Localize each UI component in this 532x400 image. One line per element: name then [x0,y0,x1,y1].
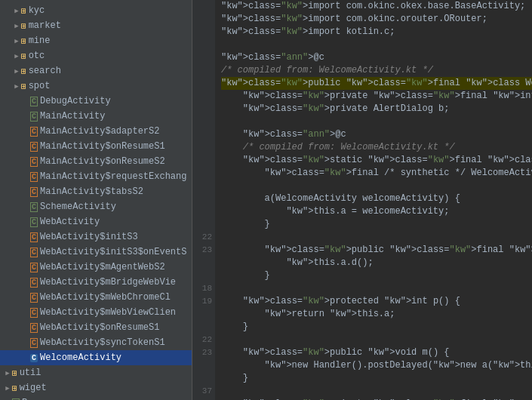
tree-item-WebActivity$mWebChromeClient[interactable]: CWebActivity$mWebChromeCl [0,290,192,305]
tree-label: MainActivity$onResumeS1 [40,141,165,152]
tree-icon: C [30,353,38,362]
tree-label: WebActivity$mAgentWebS2 [40,262,165,272]
tree-item-WebActivity$initS3$onEventS[interactable]: CWebActivity$initS3$onEventS [0,245,192,260]
tree-label: mine [29,35,51,46]
tree-icon: C [30,293,38,302]
code-line [221,231,532,244]
tree-item-R[interactable]: CR [0,395,192,400]
code-editor: 222318192223373838 "kw">class="kw">impor… [192,0,532,400]
code-line: "kw">class="kw">public "kw">void m() { [221,346,532,359]
tree-item-MainActivity$onResumeS1[interactable]: CMainActivity$onResumeS1 [0,139,192,154]
line-number: 23 [195,346,212,359]
line-number [195,51,212,64]
tree-label: DebugActivity [40,96,111,106]
code-line: "kw">class="kw">public "kw">class="kw">f… [221,244,532,257]
tree-item-wiget[interactable]: ▶⊞wiget [0,380,192,395]
code-line: "kw">class="kw">import kotlin.c; [221,26,532,38]
code-line [221,38,532,51]
tree-icon: C [30,217,38,226]
tree-item-util[interactable]: ▶⊞util [0,365,192,380]
tree-icon: ⊞ [21,51,26,61]
tree-item-otc[interactable]: ▶⊞otc [0,48,192,63]
line-number [195,77,212,90]
tree-icon: C [30,127,38,136]
tree-label: wiget [20,383,47,393]
tree-icon: C [30,308,38,317]
tree-item-MainActivity[interactable]: CMainActivity [0,109,192,124]
tree-arrow: ▶ [12,7,21,15]
line-number [195,128,212,141]
tree-icon: C [30,112,38,121]
tree-label: WebActivity$mWebViewClien [40,307,176,318]
tree-item-WebActivity$syncTokenS1[interactable]: CWebActivity$syncTokenS1 [0,335,192,350]
tree-item-search[interactable]: ▶⊞search [0,63,192,78]
code-line: "kw">class="ann">@c [221,128,532,141]
tree-arrow: ▶ [12,52,21,60]
file-tree[interactable]: ▶⊞kyc▶⊞market▶⊞mine▶⊞otc▶⊞search▶⊞spotCD… [0,0,192,400]
tree-label: WebActivity$initS3 [40,232,138,242]
tree-arrow: ▶ [12,82,21,91]
tree-item-market[interactable]: ▶⊞market [0,18,192,33]
tree-label: WelcomeActivity [40,352,121,363]
line-number [195,218,212,231]
tree-item-WebActivity$mWebViewClient[interactable]: CWebActivity$mWebViewClien [0,305,192,320]
tree-icon: ⊞ [21,36,26,46]
tree-arrow: ▶ [12,22,21,30]
tree-item-WebActivity$onResumeS1[interactable]: CWebActivity$onResumeS1 [0,320,192,335]
code-line: "kw">class="kw">private "kw">class="kw">… [221,90,532,103]
tree-label: MainActivity$requestExchang [40,171,186,182]
tree-item-WebActivity$mAgentWebS2[interactable]: CWebActivity$mAgentWebS2 [0,260,192,275]
line-number [195,205,212,218]
tree-item-WebActivity$initS3[interactable]: CWebActivity$initS3 [0,229,192,245]
tree-item-MainActivity$requestExchange[interactable]: CMainActivity$requestExchang [0,169,192,184]
line-number [195,64,212,77]
tree-label: market [29,20,61,31]
line-number [195,26,212,38]
line-number [195,257,212,269]
line-number [195,115,212,128]
line-number: 22 [195,334,212,346]
tree-item-MainActivity$adapterS2[interactable]: CMainActivity$adapterS2 [0,124,192,139]
code-line: "kw">class="ann">@c [221,51,532,64]
tree-icon: C [30,278,38,287]
line-number [195,308,212,321]
code-line: /* compiled from: WelcomeActivity.kt */ [221,141,532,154]
line-number [195,192,212,205]
tree-item-WebActivity$mBridgeWebView[interactable]: CWebActivity$mBridgeWebVie [0,275,192,290]
tree-label: MainActivity$adapterS2 [40,126,159,137]
tree-label: kyc [29,5,45,16]
code-line: "kw">class="kw">import com.okinc.orouter… [221,13,532,26]
tree-item-mine[interactable]: ▶⊞mine [0,33,192,48]
tree-arrow: ▶ [3,369,12,377]
code-line: } [221,218,532,231]
code-line: "kw">new Handler().postDelayed("kw">new … [221,359,532,372]
tree-item-WelcomeActivity[interactable]: CWelcomeActivity [0,350,192,365]
line-number [195,154,212,167]
tree-item-SchemeActivity[interactable]: CSchemeActivity [0,199,192,214]
code-line: "kw">this.a = welcomeActivity; [221,205,532,218]
tree-icon: C [30,172,38,181]
line-number [195,359,212,372]
tree-item-kyc[interactable]: ▶⊞kyc [0,3,192,18]
tree-item-MainActivity$onResumeS2[interactable]: CMainActivity$onResumeS2 [0,154,192,169]
code-line: "kw">class="kw">import com.okinc.okex.ba… [221,0,532,13]
tree-item-MainActivity$tabsS2[interactable]: CMainActivity$tabsS2 [0,184,192,199]
line-number [195,38,212,51]
tree-icon: C [30,323,38,332]
tree-item-WebActivity[interactable]: CWebActivity [0,214,192,229]
tree-label: WebActivity$initS3$onEventS [40,247,186,257]
tree-label: WebActivity [40,217,100,227]
line-number: 23 [195,244,212,257]
code-line: } [221,269,532,282]
code-line [221,282,532,295]
code-line: } [221,372,532,385]
tree-icon: C [30,232,38,242]
tree-item-spot[interactable]: ▶⊞spot [0,78,192,94]
line-number [195,103,212,115]
tree-icon: C [30,338,38,347]
line-number [195,141,212,154]
code-line [221,115,532,128]
tree-item-DebugActivity[interactable]: CDebugActivity [0,94,192,109]
code-content: "kw">class="kw">import com.okinc.okex.ba… [215,0,532,400]
line-number: 22 [195,231,212,244]
